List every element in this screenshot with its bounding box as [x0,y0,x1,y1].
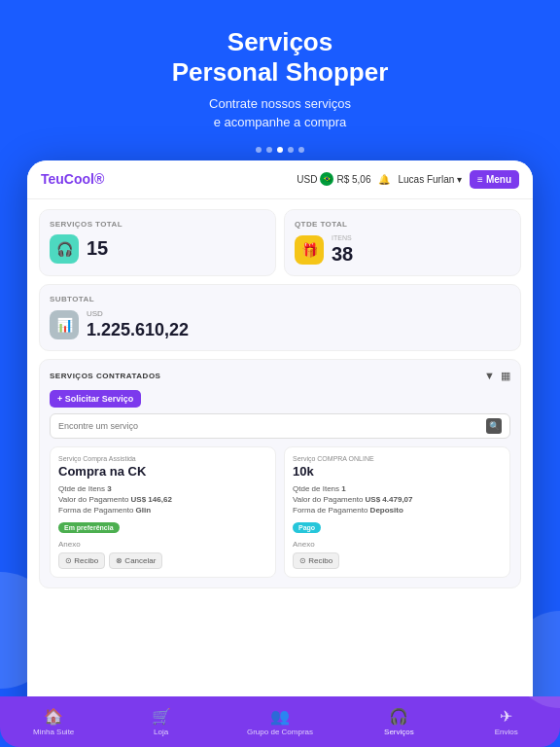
group-icon: 👥 [270,707,290,726]
nav-label-servicos: Serviços [384,728,414,734]
services-icon: 🎧 [50,234,79,264]
nav-grupo[interactable]: 👥 Grupo de Compras [247,707,313,734]
filter-icon[interactable]: ▼ [484,370,495,381]
device-mockup: TeuCool® USD 🇧🇷 R$ 5,06 🔔 Lucas Furlan ▾… [27,160,533,734]
svc1-buttons: ⊙ Recibo ⊗ Cancelar [58,552,267,569]
nav-label-grupo: Grupo de Compras [247,728,313,734]
search-button[interactable]: 🔍 [486,418,502,434]
services-title: SERVIÇOS CONTRATADOS [50,372,160,380]
add-service-button[interactable]: + Solicitar Serviço [50,390,141,408]
stat-services-label: SERVIÇOS TOTAL [50,220,265,229]
grid-icon[interactable]: ▦ [501,370,510,382]
svc1-cancelar-button[interactable]: ⊗ Cancelar [109,552,162,569]
subtotal-value: 1.225.610,22 [87,320,189,340]
menu-icon: ≡ [477,174,483,185]
subtotal-currency: USD [87,309,189,318]
app-content: SERVIÇOS TOTAL 🎧 15 QTDE TOTAL 🎁 ITENS 3… [27,199,533,680]
bottom-nav: 🏠 Minha Suite 🛒 Loja 👥 Grupo de Compras … [27,696,533,734]
nav-label-suite: Minha Suite [33,728,74,734]
page-title: Serviços Personal Shopper [39,27,521,88]
subtotal-label: SUBTOTAL [50,295,510,303]
nav-loja[interactable]: 🛒 Loja [140,707,183,734]
page-header: Serviços Personal Shopper Contrate nosso… [0,0,560,147]
dot-4[interactable] [288,147,294,153]
dot-5[interactable] [298,147,304,153]
page-subtitle: Contrate nossos serviçose acompanhe a co… [39,95,521,130]
svc2-buttons: ⊙ Recibo [293,552,502,569]
send-icon: ✈ [500,707,512,726]
service-cards: Serviço Compra Assistida Compra na CK Qt… [50,446,510,578]
dot-3[interactable] [277,147,283,153]
qty-icon: 🎁 [295,235,324,265]
user-name[interactable]: Lucas Furlan ▾ [398,174,462,185]
search-input[interactable] [58,421,486,431]
svc1-qty: Qtde de Itens 3 [58,484,267,493]
svc1-recibo-button[interactable]: ⊙ Recibo [58,552,105,569]
svc2-method: Forma de Pagamento Deposito [293,506,502,515]
svc1-name: Compra na CK [58,464,267,479]
svc2-payment: Valor do Pagamento US$ 4.479,07 [293,495,502,504]
flag-icon: 🇧🇷 [320,172,333,186]
qty-label: QTDE TOTAL [295,220,510,229]
dot-2[interactable] [266,147,272,153]
svc1-payment: Valor do Pagamento US$ 146,62 [58,495,267,504]
svc1-anexo: Anexo [58,540,267,549]
svc2-name: 10k [293,464,502,479]
carousel-dots [0,147,560,153]
app-header: TeuCool® USD 🇧🇷 R$ 5,06 🔔 Lucas Furlan ▾… [27,160,533,199]
stats-row-subtotal: SUBTOTAL 📊 USD 1.225.610,22 [39,284,521,351]
qty-value: 38 [332,243,353,266]
services-header: SERVIÇOS CONTRATADOS ▼ ▦ [50,370,510,382]
svc1-type: Serviço Compra Assistida [58,455,267,462]
dot-1[interactable] [256,147,262,153]
stat-services-total: SERVIÇOS TOTAL 🎧 15 [39,209,276,276]
bell-icon[interactable]: 🔔 [378,174,390,185]
currency-info: USD 🇧🇷 R$ 5,06 [297,172,370,186]
app-logo: TeuCool® [41,171,104,187]
stat-qty-total: QTDE TOTAL 🎁 ITENS 38 [284,209,521,276]
nav-minha-suite[interactable]: 🏠 Minha Suite [32,707,75,734]
nav-label-loja: Loja [154,728,168,734]
services-section: SERVIÇOS CONTRATADOS ▼ ▦ + Solicitar Ser… [39,359,521,588]
service-card-2: Serviço COMPRA ONLINE 10k Qtde de Itens … [284,446,510,578]
search-bar: 🔍 [50,413,510,439]
nav-label-envios: Envios [495,728,518,734]
svc2-type: Serviço COMPRA ONLINE [293,455,502,462]
home-icon: 🏠 [44,707,63,726]
stats-row-1: SERVIÇOS TOTAL 🎧 15 QTDE TOTAL 🎁 ITENS 3… [39,209,521,276]
items-sublabel: ITENS [332,234,353,241]
headset-icon: 🎧 [389,707,408,726]
svc2-qty: Qtde de Itens 1 [293,484,502,493]
subtotal-icon: 📊 [50,310,79,339]
svc1-status: Em preferência [58,522,120,533]
services-value: 15 [87,237,108,260]
svc1-method: Forma de Pagamento Glin [58,506,267,515]
nav-servicos[interactable]: 🎧 Serviços [377,707,420,734]
svc2-status: Pago [293,522,321,533]
stat-subtotal: SUBTOTAL 📊 USD 1.225.610,22 [39,284,521,351]
services-actions: ▼ ▦ [484,370,510,382]
store-icon: 🛒 [152,707,171,726]
nav-envios[interactable]: ✈ Envios [485,707,528,734]
svc2-anexo: Anexo [293,540,502,549]
service-card-1: Serviço Compra Assistida Compra na CK Qt… [50,446,276,578]
menu-button[interactable]: ≡ Menu [470,170,519,189]
svc2-recibo-button[interactable]: ⊙ Recibo [293,552,339,569]
header-right: USD 🇧🇷 R$ 5,06 🔔 Lucas Furlan ▾ ≡ Menu [297,170,519,189]
